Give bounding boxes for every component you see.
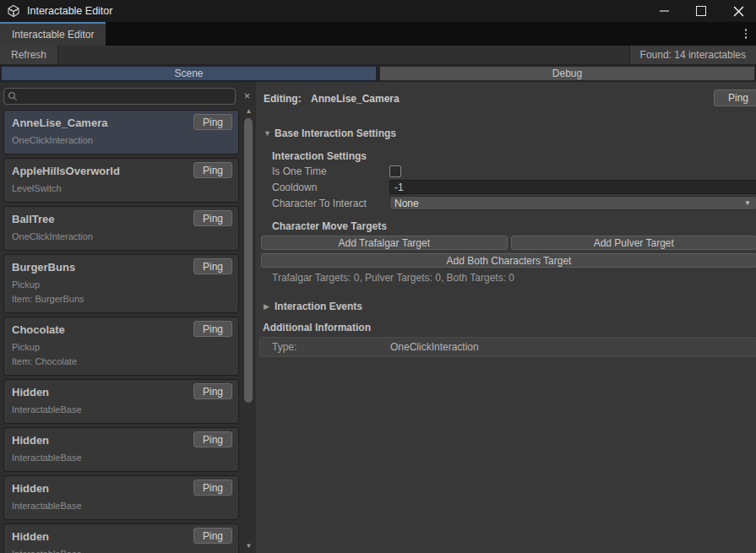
- list-item-head: BurgerBunsPing: [4, 255, 238, 276]
- cooldown-field[interactable]: [389, 180, 756, 194]
- ping-button[interactable]: Ping: [193, 431, 232, 447]
- foldout-closed-icon: ▶: [264, 302, 275, 311]
- list-item-subtitle: Pickup: [12, 279, 238, 290]
- ping-button[interactable]: Ping: [193, 162, 232, 178]
- scroll-down-icon[interactable]: ▼: [243, 541, 254, 551]
- ping-button[interactable]: Ping: [193, 210, 232, 226]
- is-one-time-checkbox[interactable]: [389, 165, 401, 177]
- scene-list-panel: × AnneLise_CameraPingOneClickInteraction…: [0, 82, 256, 553]
- window-title: Interactable Editor: [27, 5, 112, 17]
- tab-scene-label: Scene: [174, 68, 203, 79]
- list-item-subtitle: Item: Chocolate: [12, 356, 238, 367]
- menu-kebab-icon[interactable]: [740, 27, 752, 41]
- list-item[interactable]: AnneLise_CameraPingOneClickInteraction: [3, 110, 239, 155]
- chevron-down-icon: ▼: [744, 199, 751, 207]
- editing-value: AnneLise_Camera: [311, 93, 400, 105]
- view-tabs: Scene Debug: [0, 65, 756, 83]
- add-trafalgar-target-button[interactable]: Add Trafalgar Target: [261, 236, 508, 250]
- ping-button[interactable]: Ping: [193, 528, 232, 544]
- close-icon: [733, 6, 744, 17]
- editing-header: Editing: AnneLise_Camera Ping: [264, 89, 756, 108]
- type-value: OneClickInteraction: [390, 341, 479, 353]
- list-scrollbar[interactable]: ▲ ▼: [243, 106, 254, 553]
- inspector-ping-button[interactable]: Ping: [714, 89, 756, 106]
- refresh-button[interactable]: Refresh: [0, 46, 58, 64]
- list-item-head: ChocolatePing: [4, 317, 238, 339]
- tab-interactable-editor[interactable]: Interactable Editor: [0, 22, 106, 46]
- character-move-targets-header: Character Move Targets: [272, 220, 756, 233]
- inspector-panel: Editing: AnneLise_Camera Ping ▼ Base Int…: [256, 82, 756, 553]
- add-both-characters-target-button[interactable]: Add Both Characters Target: [261, 253, 756, 268]
- scroll-up-icon[interactable]: ▲: [243, 106, 254, 117]
- list-item-head: HiddenPing: [4, 428, 238, 449]
- list-item[interactable]: HiddenPingInteractableBase: [3, 379, 239, 424]
- list-item-title: AnneLise_Camera: [12, 117, 107, 129]
- list-item-subtitle: InteractableBase: [12, 501, 238, 512]
- ping-button[interactable]: Ping: [193, 114, 232, 130]
- list-item[interactable]: HiddenPingInteractableBase: [3, 523, 239, 553]
- search-clear-button[interactable]: ×: [240, 89, 254, 104]
- list-item-title: AppleHillsOverworld: [12, 165, 120, 177]
- list-item-title: Chocolate: [12, 323, 65, 336]
- cooldown-label: Cooldown: [272, 182, 389, 193]
- list-item-subtitle: InteractableBase: [12, 549, 238, 553]
- list-item-title: Hidden: [12, 386, 49, 398]
- search-input[interactable]: [3, 88, 236, 105]
- list-item-subtitle: InteractableBase: [12, 404, 238, 415]
- list-item-subtitle: Item: BurgerBuns: [12, 294, 238, 305]
- list-item-subtitle: LevelSwitch: [12, 183, 238, 194]
- ping-button[interactable]: Ping: [193, 258, 232, 274]
- toolbar: Refresh Found: 14 interactables: [0, 46, 756, 65]
- app-cube-icon: [7, 4, 20, 18]
- list-item-title: Hidden: [12, 482, 49, 495]
- character-to-interact-label: Character To Interact: [272, 198, 389, 209]
- title-bar: Interactable Editor: [0, 0, 756, 22]
- search-row: ×: [3, 88, 253, 105]
- tab-scene[interactable]: Scene: [1, 66, 377, 81]
- character-to-interact-dropdown[interactable]: None ▼: [389, 196, 756, 210]
- list-item-subtitle: InteractableBase: [12, 453, 238, 464]
- toolbar-spacer: [58, 46, 629, 64]
- add-pulver-target-button[interactable]: Add Pulver Target: [511, 236, 756, 250]
- list-item[interactable]: BallTreePingOneClickInteraction: [3, 206, 239, 251]
- ping-button[interactable]: Ping: [193, 321, 232, 337]
- close-button[interactable]: [732, 5, 744, 17]
- targets-stats-label: Trafalgar Targets: 0, Pulver Targets: 0,…: [272, 272, 756, 283]
- foldout-label: Base Interaction Settings: [275, 127, 396, 139]
- list-item[interactable]: BurgerBunsPingPickupItem: BurgerBuns: [3, 254, 239, 313]
- list-item-head: HiddenPing: [4, 524, 238, 545]
- scrollbar-thumb[interactable]: [244, 118, 253, 403]
- interaction-events-foldout[interactable]: ▶ Interaction Events: [264, 300, 756, 312]
- interaction-settings-header: Interaction Settings: [272, 150, 756, 163]
- foldout-label: Interaction Events: [275, 301, 362, 312]
- ping-button[interactable]: Ping: [193, 383, 232, 399]
- foldout-open-icon: ▼: [264, 129, 275, 138]
- additional-information-header: Additional Information: [263, 322, 756, 334]
- list-item-subtitle: OneClickInteraction: [12, 231, 238, 242]
- found-count-label: Found: 14 interactables: [629, 46, 756, 64]
- add-target-button-row: Add Trafalgar Target Add Pulver Target: [261, 236, 756, 250]
- minimize-button[interactable]: [658, 5, 670, 17]
- maximize-button[interactable]: [695, 5, 707, 17]
- ping-button[interactable]: Ping: [193, 480, 232, 496]
- base-interaction-settings-foldout[interactable]: ▼ Base Interaction Settings: [264, 127, 756, 139]
- list-item-subtitle: Pickup: [12, 342, 238, 353]
- cooldown-row: Cooldown: [272, 179, 756, 195]
- interactable-editor-window: Interactable Editor Interactable Editor …: [0, 0, 756, 553]
- list-item[interactable]: HiddenPingInteractableBase: [3, 475, 239, 520]
- type-label: Type:: [272, 341, 390, 353]
- search-icon: [8, 91, 18, 101]
- list-item[interactable]: AppleHillsOverworldPingLevelSwitch: [3, 158, 239, 203]
- editor-tab-strip: Interactable Editor: [0, 22, 756, 46]
- list-item-head: BallTreePing: [4, 207, 238, 228]
- list-item[interactable]: ChocolatePingPickupItem: Chocolate: [3, 317, 239, 376]
- tab-debug[interactable]: Debug: [379, 66, 755, 81]
- list-item-title: Hidden: [12, 434, 49, 447]
- list-item-head: HiddenPing: [4, 476, 238, 497]
- character-to-interact-row: Character To Interact None ▼: [272, 195, 756, 211]
- list-item-head: HiddenPing: [4, 380, 238, 401]
- list-item-subtitle: OneClickInteraction: [12, 135, 238, 146]
- list-item[interactable]: HiddenPingInteractableBase: [3, 427, 239, 472]
- list-item-head: AnneLise_CameraPing: [4, 111, 238, 132]
- list-item-title: Hidden: [12, 530, 49, 543]
